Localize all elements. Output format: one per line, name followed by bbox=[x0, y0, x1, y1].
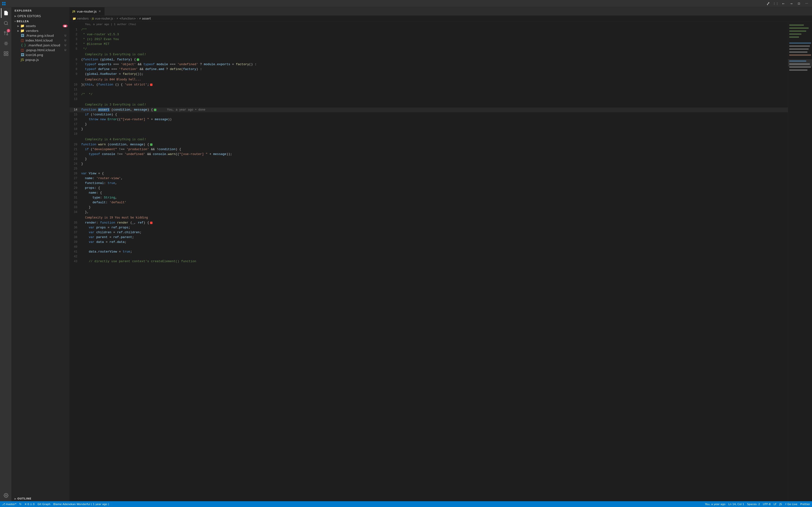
svg-rect-24 bbox=[789, 51, 807, 53]
line-26: 26 var View = { bbox=[69, 171, 788, 176]
sidebar-item-index-html[interactable]: ◫ index.html.icloud U bbox=[12, 38, 69, 43]
status-blame[interactable]: Blame Adenekan Wonderful ( 1 year ago ) bbox=[53, 503, 109, 506]
svg-rect-22 bbox=[789, 45, 810, 47]
status-cursor[interactable]: Ln 14, Col 1 bbox=[728, 503, 744, 506]
tab-vue-router[interactable]: JS vue-router.js ✕ bbox=[69, 7, 105, 15]
folder-icon-vendors: 📁 bbox=[20, 29, 24, 33]
sidebar-item-vendors[interactable]: ▶ 📁 vendors bbox=[12, 28, 69, 33]
editor-main[interactable]: You, a year ago | 1 author (You) 1 /** 2… bbox=[69, 21, 788, 501]
status-branch[interactable]: ⎇ master* bbox=[2, 503, 16, 506]
svg-rect-1 bbox=[4, 2, 6, 3]
minimap-svg bbox=[788, 21, 812, 501]
sidebar-item-popup-js[interactable]: JS popup.js bbox=[12, 57, 69, 62]
activity-extensions[interactable] bbox=[1, 49, 11, 58]
activity-settings[interactable] bbox=[1, 491, 11, 500]
more-btn[interactable]: ··· bbox=[803, 1, 810, 6]
svg-rect-2 bbox=[2, 4, 4, 5]
line-15: 15 if (!condition) { bbox=[69, 112, 788, 117]
error-icon: ✕ bbox=[24, 503, 27, 506]
status-git-graph[interactable]: Git Graph bbox=[38, 503, 50, 506]
complexity-banner-34: Complexity is 19 You must be kidding bbox=[69, 215, 788, 220]
line-24: 24 } bbox=[69, 162, 788, 166]
status-go-live[interactable]: ⚡ Go Live bbox=[785, 503, 798, 506]
line-38: 38 var parent = ref.parent; bbox=[69, 235, 788, 240]
sidebar-open-editors[interactable]: ▶ OPEN EDITORS bbox=[12, 14, 69, 18]
line-21: 21 if ("development" !== 'production' &&… bbox=[69, 147, 788, 152]
sidebar-item-icon16[interactable]: 🖼 icon16.png bbox=[12, 52, 69, 57]
tab-js-icon: JS bbox=[72, 10, 75, 13]
activity-source-control[interactable]: 2 bbox=[1, 29, 11, 38]
line-42: 42 bbox=[69, 254, 788, 259]
status-prettier[interactable]: Prettier bbox=[800, 503, 810, 506]
svg-rect-20 bbox=[789, 37, 799, 38]
line-19: 19 bbox=[69, 131, 788, 136]
sidebar-item-frame-png[interactable]: 🖼 .Frame.png.icloud U bbox=[12, 33, 69, 38]
forward-btn[interactable]: → bbox=[788, 1, 795, 6]
status-encoding[interactable]: UTF-8 bbox=[763, 503, 771, 506]
svg-rect-30 bbox=[788, 59, 812, 66]
svg-point-14 bbox=[5, 495, 6, 496]
back-btn[interactable]: ← bbox=[780, 1, 787, 6]
bellza-section: ▾ BELLZA ▶ 📁 assets ● ▶ 📁 vendors 🖼 .Fra… bbox=[12, 19, 69, 62]
outline-section: ▶ OUTLINE bbox=[12, 496, 69, 501]
breadcrumb-file[interactable]: JS vue-router.js bbox=[92, 17, 113, 20]
status-sync[interactable]: ↻ bbox=[19, 503, 21, 506]
line-12: 12 /* */ bbox=[69, 92, 788, 97]
svg-point-9 bbox=[5, 43, 7, 44]
breadcrumb-sep-1: › bbox=[90, 17, 91, 20]
sidebar-header: EXPLORER bbox=[12, 7, 69, 13]
svg-rect-10 bbox=[4, 52, 6, 53]
folder-icon-assets: 📁 bbox=[20, 24, 24, 28]
line-30: 30 name: { bbox=[69, 190, 788, 195]
split-editor-btn[interactable]: ⋮⋮ bbox=[772, 1, 779, 6]
main-layout: 2 EXPLORER bbox=[0, 7, 812, 501]
sidebar-item-manifest[interactable]: { } .manifest.json.icloud U bbox=[12, 43, 69, 48]
line-9: 9 (global.VueRouter = factory()); bbox=[69, 72, 788, 76]
status-bar-right: You, a year ago Ln 14, Col 1 Spaces: 2 U… bbox=[705, 503, 810, 506]
activity-search[interactable] bbox=[1, 18, 11, 28]
sidebar-item-popup-html[interactable]: ◫ .popup.html.icloud U bbox=[12, 48, 69, 52]
tab-close-btn[interactable]: ✕ bbox=[98, 9, 101, 13]
status-line-ending[interactable]: LF bbox=[773, 503, 776, 506]
line-32: 32 default: 'default' bbox=[69, 200, 788, 205]
complexity-banner-5: Complexity is 5 Everything is cool! bbox=[69, 51, 788, 57]
line-2: 2 * vue-router v2.5.3 bbox=[69, 32, 788, 37]
status-errors[interactable]: ✕ 0 ⚠ 0 bbox=[24, 503, 35, 506]
sidebar-item-assets[interactable]: ▶ 📁 assets ● bbox=[12, 23, 69, 28]
activity-explorer[interactable] bbox=[1, 8, 11, 18]
complexity-banner-19: Complexity is 4 Everything is cool! bbox=[69, 136, 788, 142]
titlebar-actions: ⋮⋮ ← → ⊡ ··· bbox=[765, 1, 810, 6]
line-5: 5 */ bbox=[69, 47, 788, 51]
status-you-info[interactable]: You, a year ago bbox=[705, 503, 725, 506]
svg-rect-0 bbox=[2, 2, 4, 3]
svg-rect-11 bbox=[6, 52, 8, 53]
chevron-right-icon-outline: ▶ bbox=[14, 497, 16, 500]
source-control-btn[interactable] bbox=[765, 1, 771, 6]
line-28: 28 functional: true, bbox=[69, 181, 788, 186]
line-18: 18 } bbox=[69, 127, 788, 131]
open-editors-section: ▶ OPEN EDITORS bbox=[12, 13, 69, 19]
line-35: 35 render: function render (_, ref) { bbox=[69, 220, 788, 225]
activity-debug[interactable] bbox=[1, 39, 11, 48]
sidebar-bellza-root[interactable]: ▾ BELLZA bbox=[12, 19, 69, 23]
status-bar-left: ⎇ master* ↻ ✕ 0 ⚠ 0 Git Graph Blame Aden… bbox=[2, 503, 109, 506]
status-spaces[interactable]: Spaces: 2 bbox=[747, 503, 760, 506]
line-34: 34 }, bbox=[69, 210, 788, 215]
breadcrumb-sep-2: › bbox=[114, 17, 115, 20]
breadcrumb-function[interactable]: ⚡ <function> bbox=[116, 17, 136, 20]
layout-btn[interactable]: ⊡ bbox=[796, 1, 802, 6]
content-area: JS vue-router.js ✕ 📁 vendors › JS vue-ro… bbox=[69, 7, 812, 501]
status-language[interactable]: JS bbox=[779, 503, 782, 506]
svg-point-6 bbox=[6, 34, 8, 35]
file-icon-manifest: { } bbox=[21, 43, 26, 47]
sidebar-outline[interactable]: ▶ OUTLINE bbox=[12, 497, 69, 501]
svg-rect-17 bbox=[789, 27, 809, 29]
titlebar-left bbox=[2, 2, 6, 6]
file-icon-popup-html: ◫ bbox=[21, 48, 24, 52]
svg-rect-28 bbox=[789, 66, 811, 68]
breadcrumb-vendors[interactable]: 📁 vendors bbox=[72, 17, 89, 20]
svg-rect-12 bbox=[4, 54, 6, 56]
breadcrumb-assert[interactable]: ⚡ assert bbox=[139, 17, 151, 20]
svg-rect-16 bbox=[789, 24, 804, 25]
svg-rect-15 bbox=[788, 21, 812, 501]
